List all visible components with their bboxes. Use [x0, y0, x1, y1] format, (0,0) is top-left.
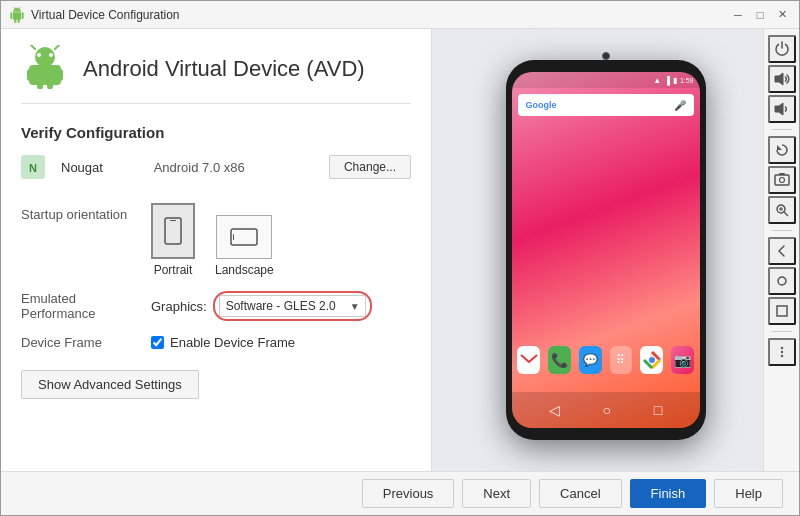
graphics-inner: Graphics: Software - GLES 2.0 Hardware -…: [151, 295, 366, 317]
svg-point-0: [35, 47, 55, 67]
svg-point-18: [649, 357, 655, 363]
emulated-label-line2: Performance: [21, 306, 151, 321]
graphics-row: Emulated Performance Graphics: Software …: [21, 291, 411, 321]
bottom-bar: Previous Next Cancel Finish Help: [1, 471, 799, 515]
orientation-label: Startup orientation: [21, 203, 151, 222]
gmail-icon-svg: [520, 353, 538, 367]
volume-down-icon: [774, 101, 790, 117]
right-toolbar: [763, 29, 799, 471]
enable-frame-label[interactable]: Enable Device Frame: [151, 335, 295, 350]
svg-rect-12: [165, 218, 181, 244]
graphics-select[interactable]: Software - GLES 2.0 Hardware - GLES 2.0 …: [219, 295, 366, 317]
toolbar-separator-2: [772, 230, 792, 231]
device-frame-label: Device Frame: [21, 335, 151, 350]
svg-rect-7: [55, 69, 63, 81]
finish-button[interactable]: Finish: [630, 479, 707, 508]
mic-icon: 🎤: [674, 100, 686, 111]
sms-app: 💬: [579, 346, 602, 374]
title-bar-left: Virtual Device Configuration: [9, 7, 180, 23]
page-title: Android Virtual Device (AVD): [83, 56, 365, 82]
title-bar-controls: ─ □ ✕: [729, 6, 791, 24]
help-button[interactable]: Help: [714, 479, 783, 508]
svg-point-23: [779, 178, 784, 183]
back-button[interactable]: [768, 237, 796, 265]
rotate-icon: [774, 142, 790, 158]
svg-line-4: [31, 45, 35, 49]
zoom-button[interactable]: [768, 196, 796, 224]
orientation-control: Portrait Landscape: [151, 203, 411, 277]
portrait-option[interactable]: Portrait: [151, 203, 195, 277]
svg-rect-8: [37, 81, 43, 89]
more-button[interactable]: [768, 338, 796, 366]
battery-icon: ▮: [673, 76, 677, 85]
svg-marker-21: [777, 145, 782, 150]
chrome-app: [640, 346, 663, 374]
portrait-icon: [163, 217, 183, 245]
enable-frame-text: Enable Device Frame: [170, 335, 295, 350]
landscape-box[interactable]: [216, 215, 272, 259]
screenshot-button[interactable]: [768, 166, 796, 194]
camera-emoji: 📷: [674, 352, 691, 368]
svg-line-5: [55, 45, 59, 49]
zoom-icon: [774, 202, 790, 218]
rotate-button[interactable]: [768, 136, 796, 164]
chrome-icon-svg: [643, 351, 661, 369]
phone-camera: [602, 52, 610, 60]
enable-frame-checkbox[interactable]: [151, 336, 164, 349]
time-display: 1:59: [680, 77, 694, 84]
wifi-icon: ▲: [653, 76, 661, 85]
svg-marker-19: [775, 73, 783, 85]
previous-button[interactable]: Previous: [362, 479, 455, 508]
android-logo-large: [21, 45, 69, 93]
home-button[interactable]: [768, 267, 796, 295]
volume-down-button[interactable]: [768, 95, 796, 123]
phone-app: 📞: [548, 346, 571, 374]
svg-rect-16: [520, 353, 538, 367]
apps-icon-symbol: ⠿: [616, 353, 625, 367]
main-window: Virtual Device Configuration ─ □ ✕: [0, 0, 800, 516]
verify-section: Verify Configuration N Nougat Android 7.…: [21, 124, 411, 455]
portrait-box[interactable]: [151, 203, 195, 259]
square-icon: [776, 305, 788, 317]
graphics-sublabel: Graphics:: [151, 299, 207, 314]
volume-up-icon: [774, 71, 790, 87]
svg-rect-9: [47, 81, 53, 89]
title-bar: Virtual Device Configuration ─ □ ✕: [1, 1, 799, 29]
emulated-perf-label: Emulated Performance: [21, 291, 151, 321]
svg-rect-15: [233, 234, 234, 240]
screenshot-icon: [774, 172, 790, 188]
svg-point-29: [778, 277, 786, 285]
landscape-option[interactable]: Landscape: [215, 215, 274, 277]
next-button[interactable]: Next: [462, 479, 531, 508]
phone-area: ▲ ▐ ▮ 1:59 Google 🎤: [432, 29, 799, 471]
svg-point-33: [780, 355, 782, 357]
advanced-settings-button[interactable]: Show Advanced Settings: [21, 370, 199, 399]
toolbar-separator-1: [772, 129, 792, 130]
landscape-label: Landscape: [215, 263, 274, 277]
maximize-button[interactable]: □: [751, 6, 769, 24]
close-button[interactable]: ✕: [773, 6, 791, 24]
phone-status-bar: ▲ ▐ ▮ 1:59: [512, 72, 700, 88]
google-logo: Google: [526, 100, 557, 110]
more-icon: [775, 345, 789, 359]
graphics-dropdown-wrapper: Software - GLES 2.0 Hardware - GLES 2.0 …: [219, 295, 366, 317]
volume-up-button[interactable]: [768, 65, 796, 93]
svg-point-2: [37, 53, 41, 57]
emulated-label-line1: Emulated: [21, 291, 151, 306]
change-button[interactable]: Change...: [329, 155, 411, 179]
power-button[interactable]: [768, 35, 796, 63]
device-row: N Nougat Android 7.0 x86 Change...: [21, 155, 411, 187]
orientation-options: Portrait Landscape: [151, 203, 411, 277]
camera-app: 📷: [671, 346, 694, 374]
minimize-button[interactable]: ─: [729, 6, 747, 24]
square-button[interactable]: [768, 297, 796, 325]
phone-app-icons: 📞 💬 ⠿: [512, 340, 700, 380]
svg-rect-13: [170, 220, 176, 221]
verify-title: Verify Configuration: [21, 124, 411, 141]
left-panel: Android Virtual Device (AVD) Verify Conf…: [1, 29, 431, 471]
portrait-label: Portrait: [154, 263, 193, 277]
svg-rect-24: [779, 173, 785, 175]
cancel-button[interactable]: Cancel: [539, 479, 621, 508]
toolbar-separator-3: [772, 331, 792, 332]
android-icon: [9, 7, 25, 23]
